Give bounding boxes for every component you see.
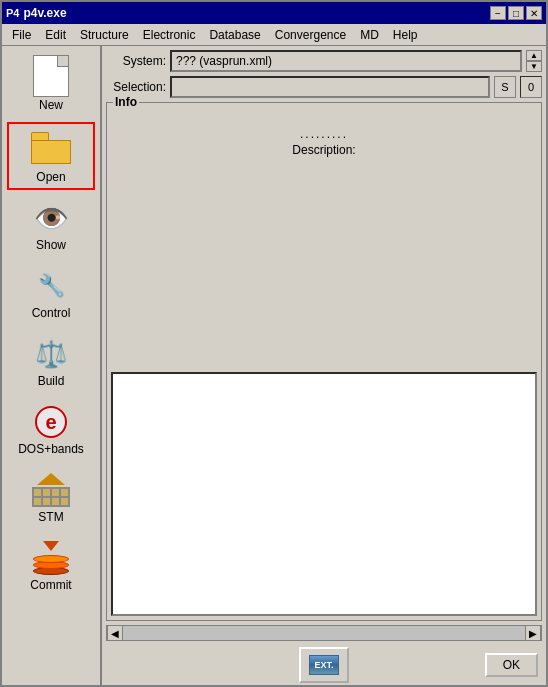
scroll-left-button[interactable]: ◀ bbox=[107, 625, 123, 641]
description-area: ......... Description: bbox=[111, 127, 537, 372]
info-box: Info ......... Description: bbox=[106, 102, 542, 621]
scroll-right-button[interactable]: ▶ bbox=[525, 625, 541, 641]
window-title: p4v.exe bbox=[23, 6, 66, 20]
menu-item-edit[interactable]: Edit bbox=[39, 26, 72, 44]
control-icon: 🔧 bbox=[30, 268, 72, 304]
maximize-button[interactable]: □ bbox=[508, 6, 524, 20]
sidebar-item-control[interactable]: 🔧 Control bbox=[7, 262, 95, 326]
system-spin-down[interactable]: ▼ bbox=[526, 61, 542, 72]
sidebar-show-label: Show bbox=[36, 238, 66, 252]
stm-icon bbox=[30, 472, 72, 508]
sidebar-new-label: New bbox=[39, 98, 63, 112]
selection-row: Selection: S 0 bbox=[106, 76, 542, 98]
show-icon: 👁️ bbox=[30, 200, 72, 236]
ext-button[interactable]: EXT. bbox=[299, 647, 349, 683]
menubar: FileEditStructureElectronicDatabaseConve… bbox=[2, 24, 546, 46]
dots-decoration: ......... bbox=[300, 127, 348, 141]
titlebar: P4 p4v.exe − □ ✕ bbox=[2, 2, 546, 24]
selection-label: Selection: bbox=[106, 80, 166, 94]
sidebar: New Open 👁️ Show 🔧 Control ⚖️ Build bbox=[2, 46, 102, 687]
open-icon bbox=[31, 128, 71, 168]
ok-button[interactable]: OK bbox=[485, 653, 538, 677]
sidebar-item-stm[interactable]: STM bbox=[7, 466, 95, 530]
info-legend: Info bbox=[113, 95, 139, 109]
sidebar-build-label: Build bbox=[38, 374, 65, 388]
system-label: System: bbox=[106, 54, 166, 68]
horizontal-scrollbar[interactable]: ◀ ▶ bbox=[106, 625, 542, 641]
menu-item-structure[interactable]: Structure bbox=[74, 26, 135, 44]
system-spin-up[interactable]: ▲ bbox=[526, 50, 542, 61]
close-button[interactable]: ✕ bbox=[526, 6, 542, 20]
system-input[interactable] bbox=[170, 50, 522, 72]
ext-label: EXT. bbox=[314, 660, 333, 670]
scroll-track[interactable] bbox=[123, 626, 525, 640]
bottom-row: EXT. OK bbox=[106, 645, 542, 685]
new-icon bbox=[31, 56, 71, 96]
content-area: System: ▲ ▼ Selection: S 0 Info ........… bbox=[102, 46, 546, 687]
app-icon: P4 bbox=[6, 7, 19, 19]
menu-item-electronic[interactable]: Electronic bbox=[137, 26, 202, 44]
sidebar-item-open[interactable]: Open bbox=[7, 122, 95, 190]
selection-count: 0 bbox=[520, 76, 542, 98]
selection-input[interactable] bbox=[170, 76, 490, 98]
build-icon: ⚖️ bbox=[30, 336, 72, 372]
sidebar-item-show[interactable]: 👁️ Show bbox=[7, 194, 95, 258]
sidebar-open-label: Open bbox=[36, 170, 65, 184]
description-textarea-container bbox=[111, 372, 537, 617]
sidebar-stm-label: STM bbox=[38, 510, 63, 524]
menu-item-database[interactable]: Database bbox=[203, 26, 266, 44]
selection-s-button[interactable]: S bbox=[494, 76, 516, 98]
menu-item-convergence[interactable]: Convergence bbox=[269, 26, 352, 44]
sidebar-dos-bands-label: DOS+bands bbox=[18, 442, 84, 456]
menu-item-file[interactable]: File bbox=[6, 26, 37, 44]
sidebar-control-label: Control bbox=[32, 306, 71, 320]
sidebar-item-new[interactable]: New bbox=[7, 50, 95, 118]
system-row: System: ▲ ▼ bbox=[106, 50, 542, 72]
description-label: Description: bbox=[292, 143, 355, 157]
main-layout: New Open 👁️ Show 🔧 Control ⚖️ Build bbox=[2, 46, 546, 687]
ext-icon: EXT. bbox=[309, 655, 339, 675]
sidebar-item-dos-bands[interactable]: e DOS+bands bbox=[7, 398, 95, 462]
minimize-button[interactable]: − bbox=[490, 6, 506, 20]
menu-item-md[interactable]: MD bbox=[354, 26, 385, 44]
titlebar-controls: − □ ✕ bbox=[490, 6, 542, 20]
sidebar-item-commit[interactable]: Commit bbox=[7, 534, 95, 598]
dos-bands-icon: e bbox=[30, 404, 72, 440]
menu-item-help[interactable]: Help bbox=[387, 26, 424, 44]
sidebar-item-build[interactable]: ⚖️ Build bbox=[7, 330, 95, 394]
sidebar-commit-label: Commit bbox=[30, 578, 71, 592]
commit-icon bbox=[30, 540, 72, 576]
titlebar-title-area: P4 p4v.exe bbox=[6, 6, 67, 20]
description-textarea[interactable] bbox=[111, 372, 537, 617]
